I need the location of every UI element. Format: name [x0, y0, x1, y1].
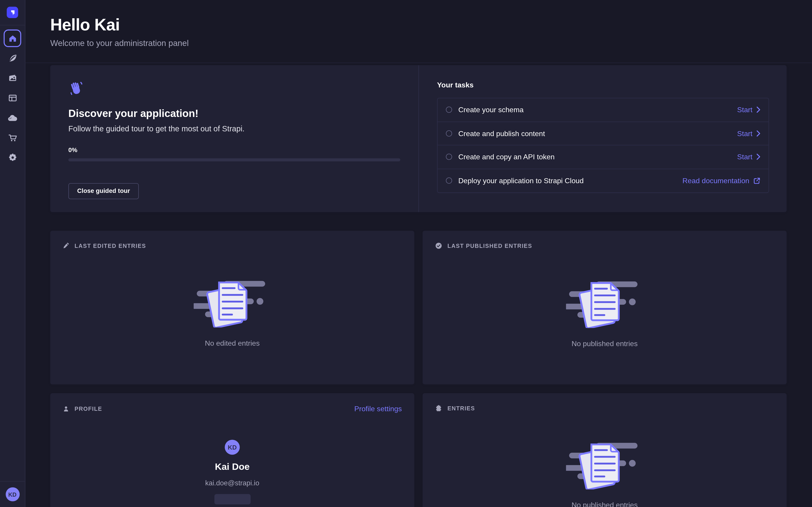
- task-action-label: Start: [737, 106, 753, 114]
- progress-bar: [68, 158, 400, 162]
- task-start-link[interactable]: Start: [737, 129, 760, 137]
- task-row-publish-content[interactable]: Create and publish content Start: [438, 122, 768, 145]
- homepage-top-card: Discover your application! Follow the gu…: [50, 65, 787, 212]
- sidebar-nav: [0, 48, 25, 168]
- profile-email: kai.doe@strapi.io: [205, 479, 259, 487]
- strapi-logo[interactable]: [7, 7, 18, 18]
- task-action-label: Start: [737, 129, 753, 137]
- sidebar-item-settings[interactable]: [0, 148, 25, 167]
- widgets-row-2: PROFILE Profile settings KD Kai Doe kai.…: [50, 393, 787, 507]
- task-label: Deploy your application to Strapi Cloud: [458, 176, 584, 185]
- profile-role-badge: [214, 494, 250, 505]
- widget-header: LAST EDITED ENTRIES: [50, 231, 414, 249]
- external-link-icon: [754, 177, 760, 184]
- strapi-logo-icon: [9, 9, 15, 15]
- task-action-label: Start: [737, 153, 753, 161]
- page-subtitle: Welcome to your administration panel: [50, 39, 787, 48]
- task-label: Create and publish content: [458, 129, 545, 137]
- puzzle-icon: [435, 404, 442, 412]
- widget-title: LAST EDITED ENTRIES: [75, 242, 146, 249]
- profile-widget: PROFILE Profile settings KD Kai Doe kai.…: [50, 393, 414, 507]
- check-circle-icon: [435, 242, 442, 249]
- sidebar: KD: [0, 0, 26, 507]
- profile-avatar: KD: [225, 440, 240, 455]
- layout-icon: [7, 93, 17, 103]
- task-row-create-schema[interactable]: Create your schema Start: [438, 98, 768, 122]
- gear-icon: [7, 153, 17, 163]
- person-icon: [63, 405, 69, 412]
- widgets-row-1: LAST EDITED ENTRIES No edited entries LA…: [50, 231, 787, 384]
- home-icon: [8, 34, 17, 43]
- entries-widget: ENTRIES No published entries: [422, 393, 786, 507]
- last-edited-entries-widget: LAST EDITED ENTRIES No edited entries: [50, 231, 414, 384]
- chevron-right-icon: [757, 130, 760, 136]
- cloud-icon: [7, 114, 17, 121]
- widget-title: ENTRIES: [448, 405, 475, 411]
- task-action-label: Read documentation: [682, 176, 750, 185]
- close-guided-tour-button[interactable]: Close guided tour: [68, 183, 139, 199]
- main-content: Hello Kai Welcome to your administration…: [26, 0, 812, 507]
- empty-documents-illustration: [194, 274, 271, 328]
- profile-body: KD Kai Doe kai.doe@strapi.io: [50, 440, 414, 505]
- empty-documents-illustration: [566, 436, 643, 490]
- task-start-link[interactable]: Start: [737, 106, 760, 114]
- logo-zone: [0, 0, 25, 25]
- empty-state: No published entries: [422, 274, 786, 348]
- media-icon: [7, 73, 17, 83]
- chevron-right-icon: [757, 107, 760, 113]
- profile-settings-link[interactable]: Profile settings: [354, 404, 402, 413]
- profile-name: Kai Doe: [215, 461, 250, 472]
- chevron-right-icon: [757, 154, 760, 160]
- user-avatar[interactable]: KD: [5, 488, 19, 501]
- page-title: Hello Kai: [50, 15, 787, 35]
- task-list: Create your schema Start Create and publ…: [437, 98, 769, 193]
- empty-state: No published entries: [422, 436, 786, 507]
- task-row-api-token[interactable]: Create and copy an API token Start: [438, 145, 768, 169]
- tasks-title: Your tasks: [437, 81, 769, 89]
- widget-header: ENTRIES: [422, 393, 786, 412]
- empty-state-text: No edited entries: [205, 339, 260, 347]
- sidebar-item-content-manager[interactable]: [0, 48, 25, 68]
- content-area: Discover your application! Follow the gu…: [26, 63, 812, 507]
- guided-tour-subtitle: Follow the guided tour to get the most o…: [68, 124, 398, 133]
- task-start-link[interactable]: Start: [737, 153, 760, 161]
- guided-tour-title: Discover your application!: [68, 108, 398, 120]
- cart-icon: [7, 133, 17, 143]
- sidebar-item-home[interactable]: [4, 30, 21, 47]
- task-label: Create and copy an API token: [458, 153, 555, 161]
- task-radio[interactable]: [446, 130, 452, 136]
- widget-title: LAST PUBLISHED ENTRIES: [448, 243, 532, 249]
- widget-title: PROFILE: [75, 406, 102, 412]
- widget-header: PROFILE Profile settings: [50, 393, 414, 413]
- widget-header: LAST PUBLISHED ENTRIES: [422, 231, 786, 249]
- sidebar-item-media-library[interactable]: [0, 68, 25, 88]
- task-radio[interactable]: [446, 107, 452, 113]
- guided-tour-panel: Discover your application! Follow the gu…: [50, 65, 419, 212]
- task-radio[interactable]: [446, 178, 452, 184]
- sidebar-footer: KD: [0, 481, 25, 507]
- empty-state-text: No published entries: [571, 339, 638, 348]
- feather-icon: [7, 53, 17, 63]
- task-radio[interactable]: [446, 154, 452, 160]
- last-published-entries-widget: LAST PUBLISHED ENTRIES No published entr…: [422, 231, 786, 384]
- sidebar-item-content-type-builder[interactable]: [0, 88, 25, 108]
- waving-hand-icon: [68, 81, 84, 96]
- sidebar-item-deploy[interactable]: [0, 108, 25, 128]
- read-documentation-link[interactable]: Read documentation: [682, 176, 760, 185]
- pencil-icon: [63, 242, 69, 249]
- empty-documents-illustration: [566, 274, 643, 328]
- empty-state: No edited entries: [50, 274, 414, 347]
- strapi-admin-app: KD Hello Kai Welcome to your administrat…: [0, 0, 812, 507]
- page-header: Hello Kai Welcome to your administration…: [26, 0, 812, 63]
- sidebar-item-marketplace[interactable]: [0, 128, 25, 148]
- tasks-panel: Your tasks Create your schema Start: [419, 65, 786, 212]
- empty-state-text: No published entries: [571, 501, 638, 507]
- task-label: Create your schema: [458, 106, 523, 114]
- progress-label: 0%: [68, 147, 398, 154]
- task-row-deploy-cloud[interactable]: Deploy your application to Strapi Cloud …: [438, 169, 768, 192]
